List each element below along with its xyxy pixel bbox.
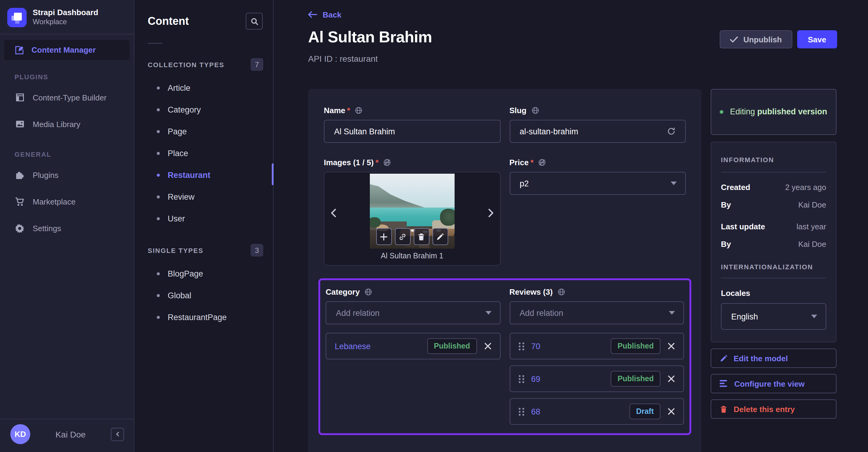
- subnav-item-article[interactable]: Article: [134, 77, 273, 99]
- subnav-item-review[interactable]: Review: [134, 186, 273, 207]
- trash-icon: [417, 233, 426, 240]
- image-actions: [376, 228, 448, 245]
- nav-item-marketplace[interactable]: Marketplace: [0, 188, 134, 215]
- caret-down-icon: [671, 182, 677, 185]
- bullet-icon: [157, 272, 160, 275]
- bullet-icon: [157, 173, 160, 176]
- configure-view-button[interactable]: Configure the view: [711, 374, 837, 393]
- slug-input[interactable]: al-sultan-brahim: [509, 120, 686, 143]
- search-icon: [250, 17, 258, 25]
- subnav-item-user[interactable]: User: [134, 207, 273, 229]
- nav-footer: KD Kai Doe: [0, 419, 134, 452]
- reviews-add-relation-select[interactable]: Add relation: [509, 301, 684, 324]
- information-heading: INFORMATION: [721, 156, 774, 163]
- status-badge: Draft: [629, 403, 660, 419]
- category-add-relation-select[interactable]: Add relation: [326, 301, 500, 324]
- editing-status-box: Editing published version: [711, 89, 837, 135]
- refresh-icon[interactable]: [667, 127, 676, 135]
- copy-link-button[interactable]: [395, 228, 411, 245]
- name-input[interactable]: Al Sultan Brahim: [324, 120, 500, 143]
- bullet-icon: [157, 195, 160, 198]
- user-avatar[interactable]: KD: [10, 424, 30, 444]
- unpublish-button[interactable]: Unpublish: [720, 30, 792, 49]
- layout-lines-icon: [720, 380, 728, 387]
- status-badge: Published: [427, 338, 477, 354]
- entry-sidebar: Editing published version INFORMATION Cr…: [711, 89, 837, 419]
- internationalization-heading: INTERNATIONALIZATION: [721, 263, 826, 270]
- caret-down-icon: [811, 315, 817, 318]
- edit-image-button[interactable]: [433, 228, 448, 245]
- nav-item-plugins[interactable]: Plugins: [0, 162, 134, 188]
- field-images: Images (1 / 5)*: [324, 157, 500, 266]
- nav-item-label: Marketplace: [33, 197, 76, 206]
- price-select[interactable]: p2: [509, 172, 686, 195]
- meta-row-created: Created 2 years ago: [721, 183, 826, 192]
- review-relation-row: 70 Published: [509, 333, 684, 359]
- save-button[interactable]: Save: [797, 30, 837, 49]
- delete-component-button[interactable]: [675, 450, 686, 452]
- carousel-next-button[interactable]: [485, 206, 496, 220]
- divider: [721, 172, 826, 172]
- modified-fields-outline: Category Add relation Lebanese: [318, 278, 691, 435]
- drag-handle-icon[interactable]: [519, 342, 524, 350]
- nav-item-content-type-builder[interactable]: Content-Type Builder: [0, 84, 134, 111]
- review-relation-row: 69 Published: [509, 365, 684, 392]
- locales-label: Locales: [721, 289, 826, 298]
- edit-model-button[interactable]: Edit the model: [711, 349, 837, 368]
- relation-link[interactable]: 69: [531, 374, 605, 383]
- collapse-nav-button[interactable]: [111, 427, 124, 441]
- layout-icon: [14, 92, 25, 103]
- drag-handle-icon[interactable]: [519, 375, 524, 383]
- subnav-item-place[interactable]: Place: [134, 142, 273, 164]
- nav-item-content-manager[interactable]: Content Manager: [4, 40, 129, 60]
- subnav-item-blogpage[interactable]: BlogPage: [134, 263, 273, 284]
- bullet-icon: [157, 294, 160, 297]
- caret-down-icon: [669, 311, 675, 315]
- close-icon: [668, 408, 675, 415]
- field-slug: Slug al-sultan-brahim: [509, 105, 686, 143]
- restaurant-photo[interactable]: [370, 174, 455, 249]
- remove-relation-button[interactable]: [666, 341, 676, 351]
- subnav-item-restaurantpage[interactable]: RestaurantPage: [134, 306, 273, 328]
- feather-pen-icon: [14, 45, 24, 55]
- subnav-item-restaurant[interactable]: Restaurant: [134, 164, 273, 186]
- subnav-item-page[interactable]: Page: [134, 121, 273, 142]
- carousel-prev-button[interactable]: [328, 206, 339, 220]
- remove-relation-button[interactable]: [666, 407, 676, 416]
- drag-handle-icon[interactable]: [519, 408, 524, 415]
- edit-form-panel: Name* Al Sultan Brahim Slug: [308, 89, 702, 452]
- remove-relation-button[interactable]: [666, 374, 676, 384]
- editing-status-text: Editing published version: [730, 105, 827, 118]
- subnav-title: Content: [148, 15, 189, 28]
- relation-link[interactable]: 70: [531, 342, 605, 351]
- globe-slashed-icon: [538, 158, 546, 166]
- delete-image-button[interactable]: [414, 228, 430, 245]
- plus-icon: [380, 233, 388, 240]
- close-icon: [668, 375, 675, 382]
- search-button[interactable]: [246, 13, 263, 30]
- remove-relation-button[interactable]: [483, 341, 492, 351]
- content-subnav: Content COLLECTION TYPES 7 Article Categ…: [134, 0, 274, 452]
- back-link[interactable]: Back: [308, 8, 341, 21]
- relation-link[interactable]: 68: [531, 407, 623, 416]
- published-dot-icon: [720, 110, 723, 114]
- images-carousel: Al Sultan Brahim 1: [324, 172, 500, 266]
- globe-icon: [355, 106, 363, 114]
- nav-item-label: Settings: [33, 224, 61, 233]
- subnav-item-category[interactable]: Category: [134, 99, 273, 121]
- nav-item-label: Content-Type Builder: [33, 93, 106, 102]
- nav-item-media-library[interactable]: Media Library: [0, 111, 134, 137]
- nav-item-settings[interactable]: Settings: [0, 215, 134, 241]
- pencil-icon: [436, 233, 444, 240]
- subnav-item-global[interactable]: Global: [134, 284, 273, 306]
- close-icon: [668, 343, 675, 350]
- brand-title: Strapi Dashboard: [33, 8, 98, 18]
- globe-icon: [531, 106, 539, 114]
- relation-link[interactable]: Lebanese: [335, 342, 421, 351]
- locale-select[interactable]: English: [721, 303, 826, 330]
- workspace-brand[interactable]: Strapi Dashboard Workplace: [0, 0, 134, 34]
- delete-entry-button[interactable]: Delete this entry: [711, 399, 837, 419]
- chevron-right-icon: [488, 209, 494, 217]
- meta-row-created-by: By Kai Doe: [721, 200, 826, 209]
- add-image-button[interactable]: [376, 228, 392, 245]
